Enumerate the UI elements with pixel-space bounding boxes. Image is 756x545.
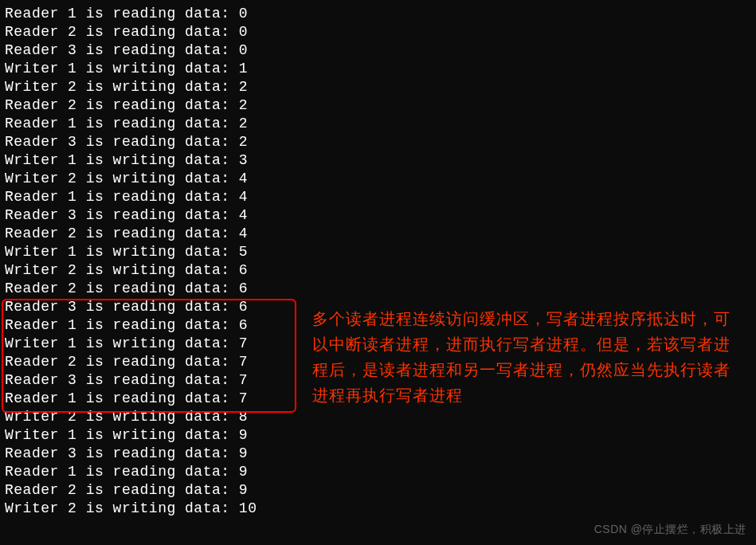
terminal-line: Writer 1 is writing data: 5 — [5, 243, 756, 261]
terminal-line: Reader 3 is reading data: 2 — [5, 133, 756, 151]
terminal-line: Reader 1 is reading data: 4 — [5, 188, 756, 206]
terminal-line: Reader 3 is reading data: 0 — [5, 41, 756, 60]
terminal-line: Writer 1 is writing data: 1 — [5, 60, 756, 78]
terminal-line: Writer 2 is writing data: 10 — [5, 500, 756, 518]
terminal-line: Reader 1 is reading data: 9 — [5, 463, 756, 481]
terminal-line: Writer 2 is writing data: 8 — [5, 408, 756, 426]
terminal-line: Writer 1 is writing data: 9 — [5, 426, 756, 445]
terminal-line: Reader 2 is reading data: 6 — [5, 280, 756, 298]
terminal-line: Reader 2 is reading data: 0 — [5, 23, 756, 41]
terminal-output: Reader 1 is reading data: 0 Reader 2 is … — [0, 5, 756, 518]
terminal-line: Reader 3 is reading data: 9 — [5, 445, 756, 463]
terminal-line: Reader 2 is reading data: 2 — [5, 96, 756, 115]
terminal-line: Writer 1 is writing data: 3 — [5, 151, 756, 170]
terminal-line: Reader 3 is reading data: 4 — [5, 206, 756, 225]
terminal-line: Reader 1 is reading data: 2 — [5, 115, 756, 133]
terminal-line: Reader 1 is reading data: 0 — [5, 5, 756, 23]
terminal-line: Reader 2 is reading data: 4 — [5, 225, 756, 243]
terminal-line: Reader 2 is reading data: 9 — [5, 481, 756, 500]
watermark-text: CSDN @停止摆烂，积极上进 — [594, 523, 746, 537]
terminal-line: Writer 2 is writing data: 2 — [5, 78, 756, 96]
terminal-line: Writer 2 is writing data: 6 — [5, 261, 756, 280]
annotation-text: 多个读者进程连续访问缓冲区，写者进程按序抵达时，可以中断读者进程，进而执行写者进… — [312, 306, 742, 408]
terminal-line: Writer 2 is writing data: 4 — [5, 170, 756, 188]
